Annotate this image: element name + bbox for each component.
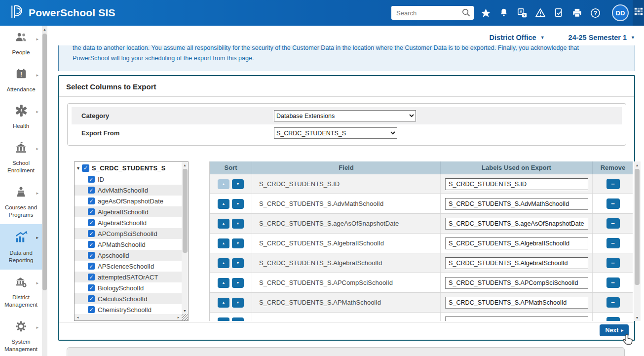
sort-down-button[interactable]: ▼	[232, 258, 244, 268]
field-checkbox[interactable]: ✓	[88, 230, 95, 237]
export-label-input[interactable]	[445, 257, 588, 269]
field-checkbox[interactable]: ✓	[88, 274, 95, 280]
report-check-icon[interactable]	[553, 7, 565, 19]
field-checkbox[interactable]: ✓	[88, 284, 95, 291]
sidebar-item-health[interactable]: ▸ Health	[0, 98, 42, 135]
remove-button[interactable]: −	[606, 238, 620, 248]
resize-grip[interactable]	[182, 314, 188, 320]
export-label-input[interactable]	[445, 178, 588, 190]
sort-down-button[interactable]: ▼	[232, 278, 244, 288]
warning-icon[interactable]	[534, 7, 546, 19]
tree-field-item[interactable]: ✓APScienceSchoolId	[75, 261, 182, 272]
tree-field-item[interactable]: ✓APMathSchoolId	[75, 239, 182, 250]
tree-field-item[interactable]: ✓AlgebraISchoolId	[75, 217, 182, 228]
printer-icon[interactable]	[571, 7, 583, 19]
tree-collapse-icon[interactable]: ▾	[77, 165, 79, 171]
remove-button[interactable]: −	[606, 297, 620, 308]
sort-up-button[interactable]: ▲	[218, 317, 229, 321]
export-from-select[interactable]: S_CRDC_STUDENTS_S	[274, 127, 397, 139]
sort-down-button[interactable]: ▼	[232, 317, 244, 321]
tree-field-item[interactable]: ✓attemptedSATOrACT	[75, 272, 182, 282]
field-checkbox[interactable]: ✓	[88, 187, 95, 194]
table-scrollbar-thumb[interactable]	[635, 169, 640, 285]
field-checkbox[interactable]: ✓	[88, 219, 95, 226]
remove-button[interactable]: −	[606, 277, 620, 288]
tree-root-checkbox[interactable]: ✓	[82, 164, 89, 172]
tree-root-row[interactable]: ▾ ✓ S_CRDC_STUDENTS_S	[75, 162, 182, 174]
category-select[interactable]: Database Extensions	[274, 110, 416, 121]
sort-up-button[interactable]: ▲	[218, 238, 229, 248]
tree-field-item[interactable]: ✓ageAsOfSnapshotDate	[75, 196, 182, 206]
field-checkbox[interactable]: ✓	[88, 241, 95, 248]
sort-up-button[interactable]: ▲	[218, 219, 229, 229]
export-label-input[interactable]	[445, 198, 588, 210]
star-icon[interactable]	[480, 7, 492, 19]
tree-field-item[interactable]: ✓Apschoolid	[75, 250, 182, 261]
field-checkbox[interactable]: ✓	[88, 252, 95, 259]
sidebar-item-courses-programs[interactable]: ▸ Courses and Programs	[0, 180, 42, 224]
table-vertical-scrollbar[interactable]: ▲ ▼	[634, 161, 641, 321]
sidebar-item-people[interactable]: ▸ People	[0, 26, 42, 62]
sort-up-button[interactable]: ▲	[218, 258, 229, 268]
tree-field-item[interactable]: ✓AdvMathSchoolId	[75, 185, 182, 196]
field-checkbox[interactable]: ✓	[88, 198, 95, 204]
scroll-down-icon[interactable]: ▼	[182, 308, 188, 314]
export-label-input[interactable]	[445, 277, 588, 289]
scroll-up-icon[interactable]: ▲	[182, 162, 188, 168]
field-checkbox[interactable]: ✓	[88, 295, 95, 302]
sort-down-button[interactable]: ▼	[232, 298, 244, 308]
field-checkbox[interactable]: ✓	[88, 176, 95, 183]
term-selector[interactable]: 24-25 Semester 1 ▼	[568, 34, 635, 41]
sidebar-scrollbar[interactable]: ▲	[42, 26, 47, 356]
sort-down-button[interactable]: ▼	[232, 199, 244, 209]
sort-down-button[interactable]: ▼	[232, 238, 244, 248]
sort-down-button[interactable]: ▼	[232, 179, 244, 189]
sidebar-item-system-management[interactable]: ▸ System Management	[0, 314, 42, 356]
scroll-up-icon[interactable]: ▲	[634, 161, 641, 168]
remove-button[interactable]: −	[606, 179, 620, 189]
brand[interactable]: PowerSchool SIS	[0, 3, 115, 22]
translate-icon[interactable]: Ax	[516, 7, 528, 19]
tree-field-item[interactable]: ✓CalculusSchoolId	[75, 293, 182, 304]
remove-button[interactable]: −	[606, 258, 620, 268]
next-button[interactable]: Next ▸	[600, 324, 629, 336]
field-checkbox[interactable]: ✓	[88, 306, 95, 313]
tree-horizontal-scrollbar[interactable]: ◂ ▸	[75, 314, 182, 320]
tree-field-item[interactable]: ✓BiologySchoolId	[75, 282, 182, 293]
school-selector[interactable]: District Office ▼	[490, 34, 545, 41]
export-label-input[interactable]	[445, 297, 588, 309]
sidebar-item-data-reporting[interactable]: ▸ Data and Reporting	[0, 224, 42, 270]
bell-icon[interactable]	[498, 7, 510, 19]
search-icon[interactable]	[461, 8, 471, 19]
remove-button[interactable]: −	[606, 317, 620, 321]
tree-scrollbar-thumb[interactable]	[183, 169, 188, 253]
field-checkbox[interactable]: ✓	[88, 208, 95, 215]
user-avatar[interactable]: DD	[612, 4, 629, 21]
export-label-input[interactable]	[445, 218, 588, 230]
apps-grid-icon[interactable]	[634, 7, 644, 19]
tree-field-item[interactable]: ✓AlgebraIISchoolId	[75, 206, 182, 217]
sidebar-item-attendance[interactable]: ! ▸ Attendance	[0, 62, 42, 99]
sort-up-button[interactable]: ▲	[218, 278, 229, 288]
scroll-down-icon[interactable]: ▼	[634, 314, 641, 321]
sort-down-button[interactable]: ▼	[232, 219, 244, 229]
export-label-input[interactable]	[445, 316, 588, 321]
help-icon[interactable]: ?	[589, 7, 601, 19]
tree-field-item[interactable]: ✓APCompSciSchoolId	[75, 228, 182, 239]
sidebar-item-district-management[interactable]: ▸ District Management	[0, 270, 42, 314]
remove-button[interactable]: −	[606, 218, 620, 229]
sidebar-item-school-enrollment[interactable]: ▸ School Enrollment	[0, 135, 42, 180]
scroll-right-icon[interactable]: ▸	[175, 314, 182, 320]
tree-vertical-scrollbar[interactable]: ▲ ▼	[182, 162, 188, 314]
scroll-left-icon[interactable]: ◂	[75, 314, 81, 320]
sort-up-button[interactable]: ▲	[218, 199, 229, 209]
tree-field-item[interactable]: ✓ChemistrySchoolId	[75, 304, 182, 314]
tree-field-item[interactable]: ✓ID	[75, 174, 182, 185]
remove-button[interactable]: −	[606, 198, 620, 209]
sort-up-button[interactable]: ▲	[218, 179, 229, 189]
scroll-up-icon[interactable]: ▲	[42, 26, 47, 33]
field-checkbox[interactable]: ✓	[88, 263, 95, 270]
export-label-input[interactable]	[445, 237, 588, 249]
sort-up-button[interactable]: ▲	[218, 298, 229, 308]
sidebar-scrollbar-thumb[interactable]	[42, 34, 47, 290]
